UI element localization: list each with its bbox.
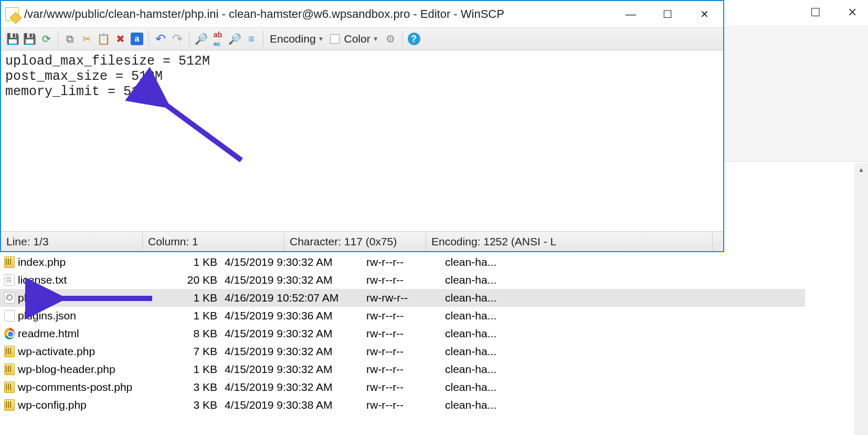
select-all-icon[interactable]: a bbox=[130, 32, 144, 46]
file-owner: clean-ha... bbox=[445, 345, 550, 358]
file-date: 4/15/2019 9:30:36 AM bbox=[225, 309, 366, 322]
find-icon[interactable]: 🔎 bbox=[194, 32, 208, 46]
save-icon[interactable]: 💾 bbox=[5, 32, 20, 46]
file-name: wp-activate.php bbox=[18, 345, 95, 358]
goto-line-icon[interactable]: ≡ bbox=[244, 32, 259, 46]
editor-titlebar[interactable]: /var/www/public/clean-hamster/php.ini - … bbox=[1, 1, 723, 27]
file-size: 7 KB bbox=[162, 345, 225, 358]
settings-icon[interactable]: ⚙ bbox=[383, 32, 398, 46]
scroll-up-icon[interactable]: ▲ bbox=[854, 163, 868, 177]
file-permissions: rw-rw-r-- bbox=[366, 292, 445, 304]
editor-title: /var/www/public/clean-hamster/php.ini - … bbox=[24, 7, 621, 21]
file-permissions: rw-r--r-- bbox=[366, 256, 445, 268]
file-icon bbox=[4, 310, 15, 322]
status-line: Line: 1/3 bbox=[1, 232, 143, 251]
file-owner: clean-ha... bbox=[445, 381, 550, 393]
file-owner: clean-ha... bbox=[445, 256, 550, 268]
file-owner: clean-ha... bbox=[445, 327, 550, 340]
file-permissions: rw-r--r-- bbox=[366, 345, 445, 358]
file-size: 3 KB bbox=[162, 399, 225, 411]
file-row[interactable]: plugins.json1 KB4/15/2019 9:30:36 AMrw-r… bbox=[0, 307, 805, 325]
file-row[interactable]: index.php1 KB4/15/2019 9:30:32 AMrw-r--r… bbox=[0, 253, 805, 271]
refresh-icon[interactable]: ⟳ bbox=[39, 32, 54, 46]
resize-grip-icon[interactable]: ⣀ bbox=[713, 232, 723, 251]
file-name: wp-config.php bbox=[18, 399, 87, 411]
color-dropdown[interactable]: Color ▼ bbox=[328, 33, 380, 45]
file-icon bbox=[4, 274, 15, 286]
file-date: 4/15/2019 9:30:38 AM bbox=[225, 399, 366, 411]
file-row[interactable]: wp-comments-post.php3 KB4/15/2019 9:30:3… bbox=[0, 378, 805, 396]
file-row[interactable]: license.txt20 KB4/15/2019 9:30:32 AMrw-r… bbox=[0, 271, 805, 289]
file-row[interactable]: readme.html8 KB4/15/2019 9:30:32 AMrw-r-… bbox=[0, 325, 805, 343]
chevron-down-icon: ▼ bbox=[373, 35, 379, 43]
save-all-icon[interactable]: 💾 bbox=[22, 32, 37, 46]
file-date: 4/15/2019 9:30:32 AM bbox=[225, 363, 366, 376]
editor-toolbar: 💾 💾 ⟳ ⧉ ✂ 📋 ✖ a ↶ ↷ 🔎 abac 🔎 ≡ Encoding … bbox=[1, 27, 723, 50]
file-owner: clean-ha... bbox=[445, 274, 550, 286]
status-encoding: Encoding: 1252 (ANSI - L bbox=[426, 232, 713, 251]
replace-icon[interactable]: abac bbox=[210, 32, 225, 46]
file-row[interactable]: wp-blog-header.php1 KB4/15/2019 9:30:32 … bbox=[0, 360, 805, 378]
file-owner: clean-ha... bbox=[445, 309, 550, 322]
color-checkbox[interactable] bbox=[330, 34, 340, 44]
file-size: 8 KB bbox=[162, 327, 225, 340]
chevron-down-icon: ▼ bbox=[318, 35, 324, 43]
file-name: plugins.json bbox=[18, 309, 76, 322]
file-icon bbox=[4, 292, 15, 304]
file-name: index.php bbox=[18, 256, 66, 268]
cut-icon[interactable]: ✂ bbox=[79, 32, 94, 46]
file-list[interactable]: index.php1 KB4/15/2019 9:30:32 AMrw-r--r… bbox=[0, 253, 805, 414]
file-permissions: rw-r--r-- bbox=[366, 381, 445, 393]
editor-statusbar: Line: 1/3 Column: 1 Character: 117 (0x75… bbox=[1, 231, 723, 251]
bg-close-button[interactable]: ✕ bbox=[842, 6, 863, 19]
file-icon bbox=[4, 381, 15, 393]
undo-icon[interactable]: ↶ bbox=[153, 32, 168, 46]
copy-icon[interactable]: ⧉ bbox=[62, 32, 77, 46]
status-character: Character: 117 (0x75) bbox=[284, 232, 426, 251]
file-date: 4/15/2019 9:30:32 AM bbox=[225, 274, 366, 286]
file-row[interactable]: php.ini1 KB4/16/2019 10:52:07 AMrw-rw-r-… bbox=[0, 289, 805, 307]
minimize-button[interactable]: — bbox=[621, 8, 640, 20]
file-name: readme.html bbox=[18, 327, 79, 340]
editor-window: /var/www/public/clean-hamster/php.ini - … bbox=[0, 0, 724, 252]
editor-app-icon bbox=[5, 7, 19, 21]
file-date: 4/15/2019 9:30:32 AM bbox=[225, 327, 366, 340]
file-name: license.txt bbox=[18, 274, 67, 286]
encoding-dropdown[interactable]: Encoding ▼ bbox=[268, 33, 326, 45]
file-icon bbox=[4, 346, 15, 357]
redo-icon[interactable]: ↷ bbox=[170, 32, 185, 46]
file-size: 1 KB bbox=[162, 256, 225, 268]
file-name: php.ini bbox=[18, 292, 50, 304]
file-permissions: rw-r--r-- bbox=[366, 363, 445, 376]
file-name: wp-comments-post.php bbox=[18, 381, 132, 393]
file-date: 4/15/2019 9:30:32 AM bbox=[225, 345, 366, 358]
find-next-icon[interactable]: 🔎 bbox=[227, 32, 242, 46]
file-size: 3 KB bbox=[162, 381, 225, 393]
bg-maximize-button[interactable]: ☐ bbox=[805, 6, 826, 19]
file-owner: clean-ha... bbox=[445, 363, 550, 376]
close-button[interactable]: ✕ bbox=[695, 8, 714, 20]
file-permissions: rw-r--r-- bbox=[366, 274, 445, 286]
file-date: 4/15/2019 9:30:32 AM bbox=[225, 381, 366, 393]
bg-scrollbar[interactable]: ▲ bbox=[854, 163, 868, 435]
file-owner: clean-ha... bbox=[445, 399, 550, 411]
file-icon bbox=[4, 364, 15, 375]
file-size: 1 KB bbox=[162, 309, 225, 322]
file-name: wp-blog-header.php bbox=[18, 363, 115, 376]
file-row[interactable]: wp-config.php3 KB4/15/2019 9:30:38 AMrw-… bbox=[0, 396, 805, 414]
file-size: 1 KB bbox=[162, 363, 225, 376]
file-row[interactable]: wp-activate.php7 KB4/15/2019 9:30:32 AMr… bbox=[0, 343, 805, 360]
delete-icon[interactable]: ✖ bbox=[113, 32, 128, 46]
file-size: 1 KB bbox=[162, 292, 225, 304]
help-icon[interactable]: ? bbox=[407, 32, 421, 46]
editor-textarea[interactable]: upload_max_filesize = 512M post_max_size… bbox=[1, 50, 723, 231]
file-permissions: rw-r--r-- bbox=[366, 309, 445, 322]
file-date: 4/16/2019 10:52:07 AM bbox=[225, 292, 366, 304]
paste-icon[interactable]: 📋 bbox=[96, 32, 111, 46]
file-size: 20 KB bbox=[162, 274, 225, 286]
file-icon bbox=[4, 256, 15, 268]
maximize-button[interactable]: ☐ bbox=[658, 8, 677, 20]
file-permissions: rw-r--r-- bbox=[366, 327, 445, 340]
file-date: 4/15/2019 9:30:32 AM bbox=[225, 256, 366, 268]
file-owner: clean-ha... bbox=[445, 292, 550, 304]
